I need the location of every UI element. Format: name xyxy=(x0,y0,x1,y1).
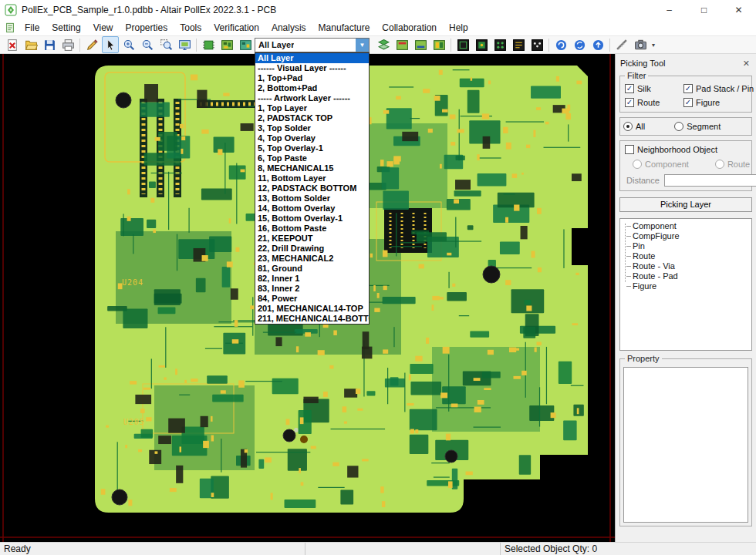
toolbar-separator xyxy=(548,39,549,52)
menu-item[interactable]: Setting xyxy=(46,21,86,35)
checkbox-icon: ✓ xyxy=(683,84,693,93)
minimize-button[interactable]: – xyxy=(652,0,687,19)
silkscreen-display-icon[interactable] xyxy=(510,36,527,53)
pickable-object-item[interactable]: Route - Pad xyxy=(622,271,750,281)
layer-option[interactable]: 201, MECHANICAL14-TOP xyxy=(255,304,369,314)
select-cursor-icon[interactable] xyxy=(102,36,119,53)
layer-option[interactable]: 4, Top Overlay xyxy=(255,133,369,143)
edit-pen-icon[interactable] xyxy=(83,36,100,53)
sync-icon[interactable] xyxy=(571,36,588,53)
neighborhood-group: ✓ Neighborhood Object Component Route xyxy=(619,140,752,191)
layer-option[interactable]: 13, Bottom Solder xyxy=(255,193,369,204)
layer-option[interactable]: 81, Ground xyxy=(255,264,369,274)
close-design-icon[interactable] xyxy=(4,36,21,53)
layer-option[interactable]: 8, MECHANICAL15 xyxy=(255,163,369,173)
combo-dropdown-arrow-icon[interactable]: ▼ xyxy=(356,39,369,52)
pickable-object-item[interactable]: Figure xyxy=(622,281,750,291)
layer-option[interactable]: 6, Top Paste xyxy=(255,153,369,163)
pickable-object-item[interactable]: Component xyxy=(622,221,750,231)
layer-option[interactable]: All Layer xyxy=(255,53,369,63)
menu-item[interactable]: Collaboration xyxy=(376,21,443,35)
layer-stack-icon[interactable] xyxy=(375,36,392,53)
toolbar-separator xyxy=(609,39,610,52)
distance-input[interactable] xyxy=(664,174,756,187)
layer-option[interactable]: 12, PADSTACK BOTTOM xyxy=(255,183,369,193)
open-design-icon[interactable] xyxy=(22,36,39,53)
layer-option[interactable]: 83, Inner 2 xyxy=(255,284,369,294)
all-layer-display-icon[interactable] xyxy=(430,36,447,53)
property-content-box xyxy=(623,367,748,523)
layer-option[interactable]: 84, Power xyxy=(255,294,369,304)
layer-option[interactable]: 2, Bottom+Pad xyxy=(255,83,369,93)
top-layer-display-icon[interactable] xyxy=(393,36,410,53)
pickable-object-item[interactable]: Route xyxy=(622,251,750,261)
measure-icon[interactable] xyxy=(613,36,630,53)
menu-item[interactable]: Manufacture xyxy=(312,21,376,35)
layer-option[interactable]: 82, Inner 1 xyxy=(255,274,369,284)
filter-group-label: Filter xyxy=(625,71,648,80)
artwork-view-icon[interactable] xyxy=(454,36,471,53)
layer-selector[interactable]: All Layer ▼ xyxy=(255,38,370,52)
close-button[interactable]: ✕ xyxy=(721,0,756,19)
menu-item[interactable]: Tools xyxy=(174,21,208,35)
filter-checkbox[interactable]: ✓ Figure xyxy=(683,98,754,107)
layer-option[interactable]: 21, KEEPOUT xyxy=(255,234,369,244)
radio-icon xyxy=(715,160,724,169)
picking-layer-button[interactable]: Picking Layer xyxy=(619,197,752,212)
menu-item[interactable]: Help xyxy=(443,21,474,35)
layer-option[interactable]: 3, Top Solder xyxy=(255,123,369,133)
neighborhood-radio: Component xyxy=(633,160,689,169)
layer-option[interactable]: 16, Bottom Paste xyxy=(255,224,369,234)
layer-option[interactable]: 1, Top Layer xyxy=(255,103,369,113)
layer-option[interactable]: ----- Artwork Layer ------ xyxy=(255,93,369,103)
radio-icon xyxy=(674,122,683,131)
panel-close-icon[interactable]: ✕ xyxy=(741,59,751,69)
component-ref-label: U204 xyxy=(122,278,143,287)
layer-option[interactable]: 14, Bottom Overlay xyxy=(255,204,369,214)
screenshot-icon[interactable] xyxy=(632,36,649,53)
layer-option[interactable]: 2, PADSTACK TOP xyxy=(255,113,369,123)
scope-radio[interactable]: Segment xyxy=(674,122,721,131)
neighborhood-checkbox[interactable]: ✓ Neighborhood Object xyxy=(625,145,747,154)
maximize-button[interactable]: □ xyxy=(687,0,721,19)
zoom-out-icon[interactable] xyxy=(139,36,156,53)
print-icon[interactable] xyxy=(59,36,76,53)
menu-item[interactable]: View xyxy=(87,21,120,35)
zoom-in-icon[interactable] xyxy=(120,36,137,53)
scope-radio[interactable]: All xyxy=(623,122,645,131)
collaboration-icon[interactable] xyxy=(552,36,569,53)
layer-option[interactable]: 11, Bottom Layer xyxy=(255,173,369,183)
pad-display-icon[interactable] xyxy=(473,36,490,53)
layer-option[interactable]: 211, MECHANICAL14-BOTTO xyxy=(255,314,369,324)
layer-option[interactable]: 15, Bottom Overlay-1 xyxy=(255,214,369,224)
via-display-icon[interactable] xyxy=(491,36,508,53)
layer-option[interactable]: 5, Top Overlay-1 xyxy=(255,143,369,153)
neighborhood-radio: Route xyxy=(715,160,750,169)
screenshot-menu-arrow-icon[interactable]: ▾ xyxy=(650,42,657,49)
filter-checkbox[interactable]: ✓ Route xyxy=(625,98,683,107)
pickable-object-item[interactable]: CompFigure xyxy=(622,231,750,241)
menu-item[interactable]: Verification xyxy=(208,21,265,35)
layer-option[interactable]: 23, MECHANICAL2 xyxy=(255,254,369,264)
menu-item[interactable]: File xyxy=(19,21,46,35)
filter-checkbox[interactable]: ✓ Silk xyxy=(625,84,683,93)
component-view-icon[interactable] xyxy=(200,36,217,53)
menu-item[interactable]: Properties xyxy=(120,21,174,35)
board-bottom-view-icon[interactable] xyxy=(237,36,254,53)
zoom-fit-icon[interactable] xyxy=(176,36,193,53)
menu-bar: FileSettingViewPropertiesToolsVerificati… xyxy=(0,19,756,35)
drill-display-icon[interactable] xyxy=(528,36,545,53)
board-top-view-icon[interactable] xyxy=(218,36,235,53)
filter-checkbox[interactable]: ✓ Pad Stack / Pin xyxy=(683,84,754,93)
cloud-share-icon[interactable] xyxy=(589,36,606,53)
menu-item[interactable]: Analysis xyxy=(265,21,312,35)
layer-option[interactable]: ------ Visual Layer ------ xyxy=(255,63,369,73)
zoom-window-icon[interactable] xyxy=(157,36,174,53)
layer-option[interactable]: 1, Top+Pad xyxy=(255,73,369,83)
save-design-icon[interactable] xyxy=(41,36,58,53)
layer-option[interactable]: 22, Drill Drawing xyxy=(255,244,369,254)
bottom-layer-display-icon[interactable] xyxy=(412,36,429,53)
pickable-object-item[interactable]: Pin xyxy=(622,241,750,251)
panel-title: Picking Tool xyxy=(620,59,666,68)
pickable-object-item[interactable]: Route - Via xyxy=(622,261,750,271)
